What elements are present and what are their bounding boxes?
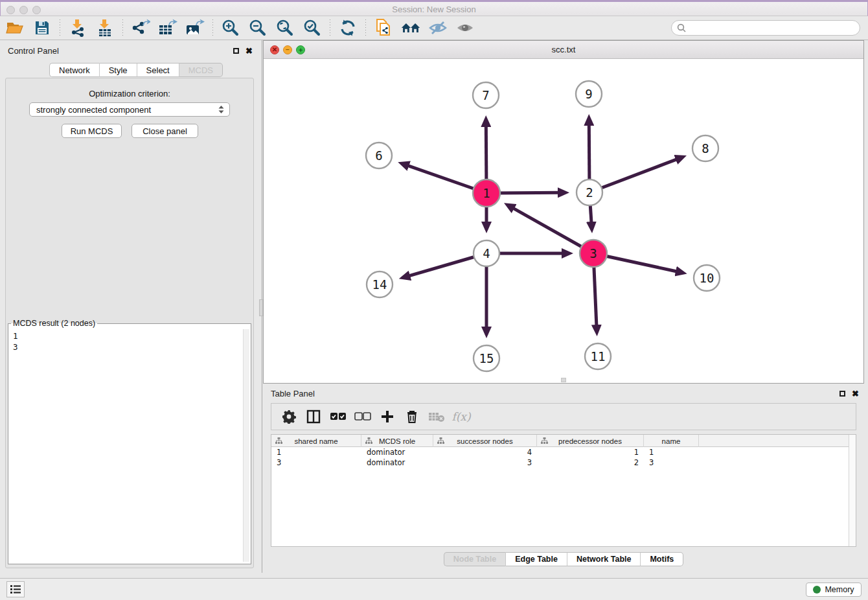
column-header-name[interactable]: name <box>644 435 699 447</box>
network-graph[interactable]: 1234678910111415 <box>264 59 863 383</box>
mcds-result-scrollbar[interactable] <box>243 329 249 562</box>
node-10[interactable]: 10 <box>694 265 720 291</box>
deselect-all-icon[interactable] <box>353 407 372 426</box>
task-history-button[interactable] <box>6 581 25 597</box>
table-cell[interactable]: 2 <box>537 457 644 468</box>
table-header-row: shared nameMCDS rolesuccessor nodesprede… <box>271 435 856 447</box>
zoom-fit-icon[interactable] <box>275 18 295 38</box>
clone-network-icon[interactable] <box>374 18 393 38</box>
import-network-icon[interactable] <box>68 18 87 38</box>
table-cell[interactable]: 3 <box>644 457 699 468</box>
toolbar-separator <box>60 19 60 36</box>
hierarchy-icon <box>437 437 444 444</box>
table-panel: Table Panel ✖ <box>263 385 868 574</box>
session-title: Session: New Session <box>1 5 867 14</box>
table-cell[interactable]: 1 <box>644 447 699 457</box>
export-image-icon[interactable] <box>185 18 205 38</box>
node-11[interactable]: 11 <box>585 343 611 369</box>
network-canvas[interactable]: 1234678910111415 <box>264 59 863 383</box>
node-7[interactable]: 7 <box>473 82 499 108</box>
memory-status-icon <box>813 586 821 594</box>
network-window-title: scc.txt <box>264 45 863 54</box>
table-cell[interactable]: dominator <box>361 447 433 457</box>
table-cell[interactable]: 3 <box>433 457 537 468</box>
tab-motifs[interactable]: Motifs <box>641 552 683 566</box>
edge-layer <box>407 124 678 329</box>
zoom-selected-icon[interactable] <box>303 18 322 38</box>
tab-select[interactable]: Select <box>137 63 179 77</box>
table-cell[interactable]: 3 <box>271 457 361 468</box>
search-input[interactable] <box>689 23 860 32</box>
table-cell[interactable]: 4 <box>433 447 537 457</box>
zoom-out-icon[interactable] <box>248 18 268 38</box>
toolbar-separator <box>365 19 366 36</box>
tab-network[interactable]: Network <box>49 63 100 77</box>
network-splitter-handle[interactable] <box>561 378 566 382</box>
hide-selected-eye-icon[interactable] <box>428 18 448 38</box>
table-cell[interactable]: 1 <box>537 447 644 457</box>
node-2[interactable]: 2 <box>577 179 602 205</box>
edge-2-8[interactable] <box>589 159 678 192</box>
column-label: MCDS role <box>379 437 415 445</box>
node-4[interactable]: 4 <box>474 240 499 266</box>
tab-edge-table[interactable]: Edge Table <box>506 552 567 566</box>
network-window-titlebar[interactable]: ✕ − ＋ scc.txt <box>264 41 863 59</box>
add-row-icon[interactable] <box>378 407 397 426</box>
mcds-result-box: MCDS result (2 nodes) 1 3 <box>8 319 251 564</box>
node-8[interactable]: 8 <box>692 135 718 161</box>
node-15[interactable]: 15 <box>474 345 499 371</box>
open-session-icon[interactable] <box>5 18 25 38</box>
zoom-in-icon[interactable] <box>221 18 240 38</box>
settings-gear-icon[interactable] <box>279 407 299 426</box>
refresh-icon[interactable] <box>338 18 358 38</box>
tab-style[interactable]: Style <box>100 63 137 77</box>
export-network-icon[interactable] <box>131 18 150 38</box>
svg-text:3: 3 <box>589 246 597 260</box>
node-1[interactable]: 1 <box>473 179 500 207</box>
tab-mcds[interactable]: MCDS <box>179 63 223 77</box>
show-column-icon[interactable] <box>304 407 323 426</box>
control-panel-title: Control Panel <box>8 46 59 56</box>
control-panel: Control Panel ✖ Network Style Select MCD… <box>0 40 259 573</box>
table-toolbar: f(x) <box>271 403 856 430</box>
node-table[interactable]: shared nameMCDS rolesuccessor nodesprede… <box>271 434 856 547</box>
column-header-successor-nodes[interactable]: successor nodes <box>433 435 537 447</box>
show-all-eye-icon[interactable] <box>455 18 475 38</box>
home-layout-icon[interactable] <box>401 18 420 38</box>
table-float-icon[interactable] <box>839 391 845 397</box>
search-box[interactable] <box>671 20 860 36</box>
table-row[interactable]: 1dominator411 <box>271 447 856 457</box>
float-panel-icon[interactable] <box>233 48 239 54</box>
function-builder-icon: f(x) <box>451 407 471 426</box>
column-header-MCDS-role[interactable]: MCDS role <box>361 435 433 447</box>
delete-row-icon[interactable] <box>402 407 422 426</box>
memory-button[interactable]: Memory <box>806 583 862 597</box>
table-panel-header: Table Panel ✖ <box>271 389 859 398</box>
close-panel-button[interactable]: Close panel <box>131 124 198 138</box>
criterion-select[interactable]: strongly connected component <box>29 102 230 117</box>
table-row[interactable]: 3dominator323 <box>271 457 856 468</box>
svg-text:7: 7 <box>482 88 489 102</box>
tab-node-table[interactable]: Node Table <box>444 552 506 566</box>
import-table-icon[interactable] <box>95 18 115 38</box>
export-table-icon[interactable] <box>158 18 177 38</box>
svg-text:2: 2 <box>586 185 593 200</box>
mcds-result-list: 1 3 <box>10 329 242 562</box>
main-toolbar <box>0 16 868 40</box>
node-3[interactable]: 3 <box>580 240 607 267</box>
node-6[interactable]: 6 <box>366 143 392 168</box>
select-all-icon[interactable] <box>328 407 348 426</box>
table-cell[interactable]: 1 <box>271 447 361 457</box>
save-session-icon[interactable] <box>32 18 52 38</box>
column-label: name <box>662 437 681 445</box>
node-9[interactable]: 9 <box>576 81 602 107</box>
table-close-icon[interactable]: ✖ <box>852 389 859 398</box>
column-header-predecessor-nodes[interactable]: predecessor nodes <box>537 435 644 447</box>
column-header-shared-name[interactable]: shared name <box>271 435 361 447</box>
tab-network-table[interactable]: Network Table <box>567 552 641 566</box>
table-cell[interactable]: dominator <box>361 457 433 468</box>
node-14[interactable]: 14 <box>367 271 393 297</box>
close-panel-icon[interactable]: ✖ <box>246 47 253 55</box>
table-scrollbar[interactable] <box>849 435 856 546</box>
run-mcds-button[interactable]: Run MCDS <box>62 124 122 138</box>
